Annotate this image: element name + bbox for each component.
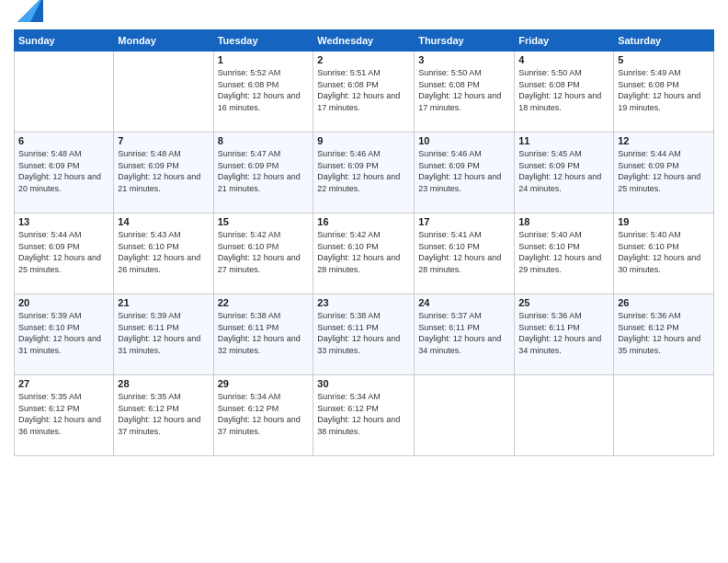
- day-number: 16: [317, 216, 410, 227]
- day-number: 18: [518, 216, 609, 227]
- col-header-saturday: Saturday: [614, 30, 714, 52]
- day-cell: 20Sunrise: 5:39 AM Sunset: 6:10 PM Dayli…: [15, 294, 114, 375]
- day-number: 13: [18, 216, 109, 227]
- page: SundayMondayTuesdayWednesdayThursdayFrid…: [0, 0, 728, 563]
- col-header-sunday: Sunday: [15, 30, 114, 52]
- logo-icon: [17, 0, 43, 22]
- day-number: 23: [317, 297, 410, 308]
- day-number: 22: [218, 297, 310, 308]
- day-cell: 16Sunrise: 5:42 AM Sunset: 6:10 PM Dayli…: [313, 213, 415, 294]
- day-number: 21: [118, 297, 209, 308]
- day-info: Sunrise: 5:41 AM Sunset: 6:10 PM Dayligh…: [418, 229, 510, 275]
- day-cell: 17Sunrise: 5:41 AM Sunset: 6:10 PM Dayli…: [415, 213, 515, 294]
- day-info: Sunrise: 5:35 AM Sunset: 6:12 PM Dayligh…: [18, 391, 109, 437]
- day-cell: 19Sunrise: 5:40 AM Sunset: 6:10 PM Dayli…: [614, 213, 714, 294]
- header: [14, 9, 714, 22]
- day-number: 24: [418, 297, 510, 308]
- day-cell: 22Sunrise: 5:38 AM Sunset: 6:11 PM Dayli…: [213, 294, 313, 375]
- day-cell: 21Sunrise: 5:39 AM Sunset: 6:11 PM Dayli…: [114, 294, 213, 375]
- day-cell: 27Sunrise: 5:35 AM Sunset: 6:12 PM Dayli…: [15, 375, 114, 456]
- day-number: 29: [218, 378, 310, 389]
- day-number: 10: [418, 135, 510, 146]
- day-info: Sunrise: 5:44 AM Sunset: 6:09 PM Dayligh…: [18, 229, 109, 275]
- logo: [14, 9, 43, 22]
- week-row-4: 20Sunrise: 5:39 AM Sunset: 6:10 PM Dayli…: [15, 294, 714, 375]
- calendar-table: SundayMondayTuesdayWednesdayThursdayFrid…: [14, 29, 714, 456]
- day-cell: 24Sunrise: 5:37 AM Sunset: 6:11 PM Dayli…: [415, 294, 515, 375]
- day-info: Sunrise: 5:39 AM Sunset: 6:11 PM Dayligh…: [118, 310, 209, 356]
- day-cell: 12Sunrise: 5:44 AM Sunset: 6:09 PM Dayli…: [614, 132, 714, 213]
- day-number: 2: [317, 54, 410, 65]
- day-cell: 23Sunrise: 5:38 AM Sunset: 6:11 PM Dayli…: [313, 294, 415, 375]
- day-number: 14: [118, 216, 209, 227]
- day-info: Sunrise: 5:45 AM Sunset: 6:09 PM Dayligh…: [518, 148, 609, 194]
- col-header-monday: Monday: [114, 30, 213, 52]
- day-info: Sunrise: 5:36 AM Sunset: 6:12 PM Dayligh…: [618, 310, 710, 356]
- day-info: Sunrise: 5:36 AM Sunset: 6:11 PM Dayligh…: [518, 310, 609, 356]
- day-number: 15: [218, 216, 310, 227]
- day-info: Sunrise: 5:48 AM Sunset: 6:09 PM Dayligh…: [18, 148, 109, 194]
- day-cell: [114, 52, 213, 132]
- day-info: Sunrise: 5:37 AM Sunset: 6:11 PM Dayligh…: [418, 310, 510, 356]
- day-cell: 2Sunrise: 5:51 AM Sunset: 6:08 PM Daylig…: [313, 52, 415, 132]
- day-info: Sunrise: 5:42 AM Sunset: 6:10 PM Dayligh…: [218, 229, 310, 275]
- day-number: 20: [18, 297, 109, 308]
- day-cell: 28Sunrise: 5:35 AM Sunset: 6:12 PM Dayli…: [114, 375, 213, 456]
- day-number: 7: [118, 135, 209, 146]
- day-cell: 6Sunrise: 5:48 AM Sunset: 6:09 PM Daylig…: [15, 132, 114, 213]
- day-info: Sunrise: 5:43 AM Sunset: 6:10 PM Dayligh…: [118, 229, 209, 275]
- day-cell: 9Sunrise: 5:46 AM Sunset: 6:09 PM Daylig…: [313, 132, 415, 213]
- day-number: 5: [618, 54, 710, 65]
- day-info: Sunrise: 5:50 AM Sunset: 6:08 PM Dayligh…: [418, 67, 510, 113]
- day-info: Sunrise: 5:34 AM Sunset: 6:12 PM Dayligh…: [218, 391, 310, 437]
- calendar-header-row: SundayMondayTuesdayWednesdayThursdayFrid…: [15, 30, 714, 52]
- day-cell: 5Sunrise: 5:49 AM Sunset: 6:08 PM Daylig…: [614, 52, 714, 132]
- day-cell: 13Sunrise: 5:44 AM Sunset: 6:09 PM Dayli…: [15, 213, 114, 294]
- day-info: Sunrise: 5:46 AM Sunset: 6:09 PM Dayligh…: [317, 148, 410, 194]
- day-cell: 14Sunrise: 5:43 AM Sunset: 6:10 PM Dayli…: [114, 213, 213, 294]
- day-info: Sunrise: 5:51 AM Sunset: 6:08 PM Dayligh…: [317, 67, 410, 113]
- day-cell: 25Sunrise: 5:36 AM Sunset: 6:11 PM Dayli…: [515, 294, 614, 375]
- week-row-2: 6Sunrise: 5:48 AM Sunset: 6:09 PM Daylig…: [15, 132, 714, 213]
- day-cell: 26Sunrise: 5:36 AM Sunset: 6:12 PM Dayli…: [614, 294, 714, 375]
- day-info: Sunrise: 5:40 AM Sunset: 6:10 PM Dayligh…: [518, 229, 609, 275]
- day-number: 28: [118, 378, 209, 389]
- day-info: Sunrise: 5:35 AM Sunset: 6:12 PM Dayligh…: [118, 391, 209, 437]
- day-cell: 11Sunrise: 5:45 AM Sunset: 6:09 PM Dayli…: [515, 132, 614, 213]
- day-info: Sunrise: 5:48 AM Sunset: 6:09 PM Dayligh…: [118, 148, 209, 194]
- day-cell: [614, 375, 714, 456]
- day-info: Sunrise: 5:34 AM Sunset: 6:12 PM Dayligh…: [317, 391, 410, 437]
- day-cell: 3Sunrise: 5:50 AM Sunset: 6:08 PM Daylig…: [415, 52, 515, 132]
- day-info: Sunrise: 5:50 AM Sunset: 6:08 PM Dayligh…: [518, 67, 609, 113]
- col-header-thursday: Thursday: [415, 30, 515, 52]
- day-number: 3: [418, 54, 510, 65]
- day-info: Sunrise: 5:47 AM Sunset: 6:09 PM Dayligh…: [218, 148, 310, 194]
- day-info: Sunrise: 5:44 AM Sunset: 6:09 PM Dayligh…: [618, 148, 710, 194]
- day-number: 26: [618, 297, 710, 308]
- day-info: Sunrise: 5:38 AM Sunset: 6:11 PM Dayligh…: [317, 310, 410, 356]
- day-info: Sunrise: 5:40 AM Sunset: 6:10 PM Dayligh…: [618, 229, 710, 275]
- day-cell: [515, 375, 614, 456]
- day-number: 8: [218, 135, 310, 146]
- week-row-3: 13Sunrise: 5:44 AM Sunset: 6:09 PM Dayli…: [15, 213, 714, 294]
- week-row-1: 1Sunrise: 5:52 AM Sunset: 6:08 PM Daylig…: [15, 52, 714, 132]
- day-cell: 18Sunrise: 5:40 AM Sunset: 6:10 PM Dayli…: [515, 213, 614, 294]
- day-number: 11: [518, 135, 609, 146]
- day-number: 12: [618, 135, 710, 146]
- day-cell: [415, 375, 515, 456]
- day-number: 1: [218, 54, 310, 65]
- col-header-tuesday: Tuesday: [213, 30, 313, 52]
- day-number: 17: [418, 216, 510, 227]
- day-cell: 1Sunrise: 5:52 AM Sunset: 6:08 PM Daylig…: [213, 52, 313, 132]
- week-row-5: 27Sunrise: 5:35 AM Sunset: 6:12 PM Dayli…: [15, 375, 714, 456]
- day-number: 25: [518, 297, 609, 308]
- day-cell: 15Sunrise: 5:42 AM Sunset: 6:10 PM Dayli…: [213, 213, 313, 294]
- day-info: Sunrise: 5:38 AM Sunset: 6:11 PM Dayligh…: [218, 310, 310, 356]
- day-info: Sunrise: 5:39 AM Sunset: 6:10 PM Dayligh…: [18, 310, 109, 356]
- day-cell: 29Sunrise: 5:34 AM Sunset: 6:12 PM Dayli…: [213, 375, 313, 456]
- day-number: 4: [518, 54, 609, 65]
- day-number: 27: [18, 378, 109, 389]
- day-info: Sunrise: 5:46 AM Sunset: 6:09 PM Dayligh…: [418, 148, 510, 194]
- day-number: 30: [317, 378, 410, 389]
- day-cell: 10Sunrise: 5:46 AM Sunset: 6:09 PM Dayli…: [415, 132, 515, 213]
